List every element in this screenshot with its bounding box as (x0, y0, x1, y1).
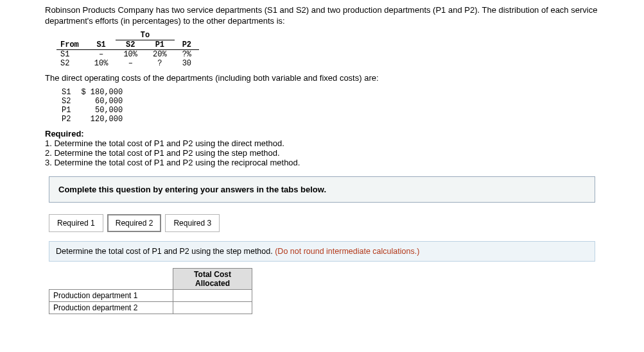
question-box: Determine the total cost of P1 and P2 us… (49, 241, 595, 262)
row-s2-v2: ? (145, 59, 175, 68)
costs-table: S1$ 180,000 S260,000 P150,000 P2120,000 (57, 88, 128, 124)
answer-row-2-input[interactable] (173, 302, 252, 314)
distribution-table: To From S1 S2 P1 P2 S1 – 10% 20% ?% S2 1… (57, 31, 199, 68)
row-s2-v1: – (116, 59, 145, 68)
cost-p2-val: 120,000 (76, 115, 128, 124)
cost-s2-val: 60,000 (76, 97, 128, 106)
row-s1-v2: 20% (145, 49, 175, 59)
answer-row-1-label: Production department 1 (49, 289, 173, 301)
cost-p1-val: 50,000 (76, 106, 128, 115)
required-2: 2. Determine the total cost of P1 and P2… (45, 148, 599, 158)
answer-row-1-input[interactable] (173, 290, 252, 301)
row-s1-label: S1 (57, 49, 87, 59)
cost-s1-val: $ 180,000 (76, 88, 128, 97)
required-list: 1. Determine the total cost of P1 and P2… (45, 138, 599, 167)
row-s1-v3: ?% (175, 49, 199, 59)
cost-s2-label: S2 (57, 97, 76, 106)
to-header: To (116, 31, 174, 40)
tab-required-1[interactable]: Required 1 (49, 214, 103, 232)
cost-p1-label: P1 (57, 106, 76, 115)
question-main: Determine the total cost of P1 and P2 us… (56, 247, 275, 256)
col-p2: P2 (175, 40, 199, 49)
required-3: 3. Determine the total cost of P1 and P2… (45, 158, 599, 167)
intro-text: Robinson Products Company has two servic… (45, 5, 599, 27)
col-s1: S1 (87, 40, 116, 49)
cost-p2-label: P2 (57, 115, 76, 124)
row-s2-v3: 30 (175, 59, 199, 68)
answer-header: Total Cost Allocated (173, 268, 252, 289)
complete-instruction: Complete this question by entering your … (49, 176, 595, 203)
col-s2: S2 (116, 40, 145, 49)
required-label: Required: (45, 129, 599, 138)
tabs: Required 1 Required 2 Required 3 (49, 214, 595, 232)
row-s2-v0: 10% (87, 59, 116, 68)
tab-required-3[interactable]: Required 3 (165, 214, 220, 232)
required-1: 1. Determine the total cost of P1 and P2… (45, 138, 599, 148)
cost-s1-label: S1 (57, 88, 76, 97)
question-note: (Do not round intermediate calculations.… (275, 247, 419, 256)
answer-row-2-label: Production department 2 (49, 301, 173, 314)
from-header: From (57, 40, 87, 49)
row-s1-v1: 10% (116, 49, 145, 59)
row-s2-label: S2 (57, 59, 87, 68)
costs-intro: The direct operating costs of the depart… (45, 73, 599, 84)
row-s1-v0: – (87, 49, 116, 59)
tab-required-2[interactable]: Required 2 (107, 214, 162, 232)
col-p1: P1 (145, 40, 175, 49)
answer-table: Total Cost Allocated Production departme… (49, 268, 252, 314)
